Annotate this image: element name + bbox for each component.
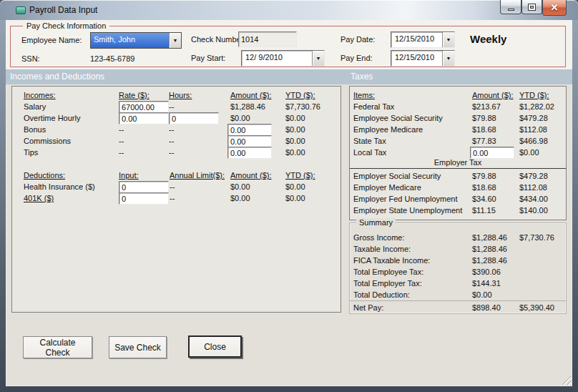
pay-date-label: Pay Date:: [341, 35, 375, 44]
deductions-col-header: Deductions:: [24, 171, 65, 180]
employee-name-value: Smith, John: [91, 33, 169, 48]
local-tax-label: Local Tax: [353, 148, 386, 157]
tax-row-amount: $79.88: [472, 114, 496, 123]
summary-row-amount: $0.00: [472, 290, 492, 300]
tips-ytd-text: $0.00: [285, 148, 305, 157]
summary-row-amount: $1,288.46: [472, 233, 507, 242]
summary-row-amount: $898.40: [472, 303, 501, 313]
401k-amount-text: $0.00: [230, 194, 250, 203]
income-row-label: Salary: [24, 102, 46, 112]
tax-row-amount: $79.88: [472, 172, 496, 181]
minimize-button[interactable]: [500, 0, 521, 14]
summary-row-label: Total Employee Tax:: [353, 268, 423, 277]
title-bar[interactable]: Payroll Data Input ✕: [0, 0, 578, 20]
bonus-amount-input[interactable]: [227, 124, 272, 136]
tips-hours-text: --: [169, 148, 174, 157]
deduction-row-label: Health Insurance ($): [24, 182, 95, 192]
incomes-col-header: Incomes:: [24, 91, 56, 100]
salary-amount-text: $1,288.46: [230, 102, 265, 112]
tax-row-amount: $34.60: [472, 195, 496, 204]
save-check-button[interactable]: Save Check: [109, 336, 167, 358]
close-button[interactable]: Close: [188, 335, 242, 358]
maximize-button[interactable]: [521, 0, 542, 14]
pay-start-value: 12/ 9/2010: [242, 51, 312, 66]
taxes-section-header: Taxes: [351, 72, 373, 82]
local-tax-ytd: $0.00: [519, 148, 539, 157]
401k-ytd-text: $0.00: [285, 194, 305, 203]
pay-end-datepicker[interactable]: 12/15/2010 ▼: [391, 50, 455, 67]
401k-link-label[interactable]: 401K ($): [24, 194, 54, 203]
pay-date-value: 12/15/2010: [391, 32, 442, 47]
pay-end-value: 12/15/2010: [391, 51, 442, 66]
tips-amount-input[interactable]: [227, 147, 272, 159]
summary-row-amount: $144.31: [472, 279, 501, 288]
rate-col-header: Rate ($):: [119, 91, 150, 100]
pay-start-label: Pay Start:: [191, 54, 225, 63]
health-insurance-ytd-text: $0.00: [285, 182, 305, 192]
commissions-hours-text: --: [169, 137, 174, 146]
health-insurance-input[interactable]: [119, 181, 169, 193]
tax-items-col-header: Items:: [353, 91, 375, 100]
chevron-down-icon: ▼: [446, 56, 451, 61]
net-pay-separator: [350, 300, 566, 301]
amount-col-header: Amount ($):: [230, 91, 271, 100]
maximize-icon: [529, 4, 535, 10]
close-window-button[interactable]: ✕: [542, 0, 567, 16]
local-tax-input[interactable]: [470, 147, 514, 159]
minimize-icon: [508, 9, 514, 11]
summary-row-amount: $1,288.46: [472, 256, 507, 265]
pay-start-dropdown-button[interactable]: ▼: [312, 51, 324, 66]
pay-end-dropdown-button[interactable]: ▼: [442, 51, 454, 66]
summary-row-ytd: $7,730.76: [519, 233, 554, 242]
check-number-input[interactable]: [238, 31, 297, 47]
pay-date-datepicker[interactable]: 12/15/2010 ▼: [391, 31, 455, 48]
tax-row-amount: $18.68: [472, 183, 496, 192]
health-insurance-limit-text: --: [170, 182, 175, 192]
tips-rate-text: --: [119, 148, 124, 157]
chevron-down-icon: ▼: [446, 37, 451, 42]
payroll-window: Payroll Data Input ✕ Pay Check Informati…: [0, 0, 578, 392]
annual-limit-col-header: Annual Limit($):: [170, 171, 225, 180]
calculate-check-button[interactable]: Calculate Check: [23, 336, 92, 358]
commissions-amount-input[interactable]: [227, 135, 272, 147]
employee-name-dropdown-button[interactable]: ▼: [169, 33, 181, 48]
employee-name-combobox[interactable]: Smith, John ▼: [90, 32, 182, 49]
summary-row-label: Taxable Income:: [353, 245, 411, 254]
tax-row-label: Employer State Unemployment: [353, 206, 462, 215]
employee-name-label: Employee Name:: [21, 36, 82, 45]
summary-row-label: FICA Taxable Income:: [353, 256, 430, 265]
401k-limit-text: --: [170, 194, 175, 203]
bonus-ytd-text: $0.00: [285, 125, 305, 134]
tax-row-ytd: $140.00: [519, 206, 548, 215]
tax-ytd-col-header: YTD ($):: [519, 91, 549, 100]
tax-row-ytd: $112.08: [519, 183, 547, 192]
check-number-label: Check Number:: [191, 35, 245, 44]
tax-row-ytd: $112.08: [519, 125, 547, 134]
income-row-label: Tips: [24, 148, 38, 157]
salary-rate-input[interactable]: [119, 101, 169, 113]
pay-date-dropdown-button[interactable]: ▼: [442, 32, 454, 47]
overtime-hours-input[interactable]: [169, 112, 219, 124]
chevron-down-icon: ▼: [173, 38, 178, 43]
tax-row-ytd: $479.28: [519, 172, 548, 181]
tax-row-amount: $11.15: [472, 206, 496, 215]
ssn-label: SSN:: [21, 54, 40, 64]
tax-row-ytd: $1,282.02: [519, 102, 554, 112]
chevron-down-icon: ▼: [316, 56, 321, 61]
summary-row-ytd: $5,390.40: [519, 303, 554, 313]
tax-row-label: Federal Tax: [353, 102, 394, 112]
tax-row-label: Employee Medicare: [353, 125, 423, 134]
employer-tax-divider-line: [350, 168, 566, 169]
summary-row-label: Gross Income:: [353, 233, 405, 242]
tax-amount-col-header: Amount ($):: [472, 91, 513, 100]
input-col-header: Input:: [119, 171, 139, 180]
overtime-amount-text: $0.00: [230, 114, 250, 123]
pay-start-datepicker[interactable]: 12/ 9/2010 ▼: [241, 50, 325, 67]
tax-row-ytd: $466.98: [519, 137, 548, 146]
ded-amount-col-header: Amount ($):: [230, 171, 271, 180]
401k-input[interactable]: [119, 192, 169, 205]
paycheck-info-group-label: Pay Check Information: [23, 21, 109, 30]
salary-ytd-text: $7,730.76: [285, 102, 320, 112]
overtime-rate-input[interactable]: [119, 112, 169, 124]
income-row-label: Bonus: [24, 125, 46, 134]
